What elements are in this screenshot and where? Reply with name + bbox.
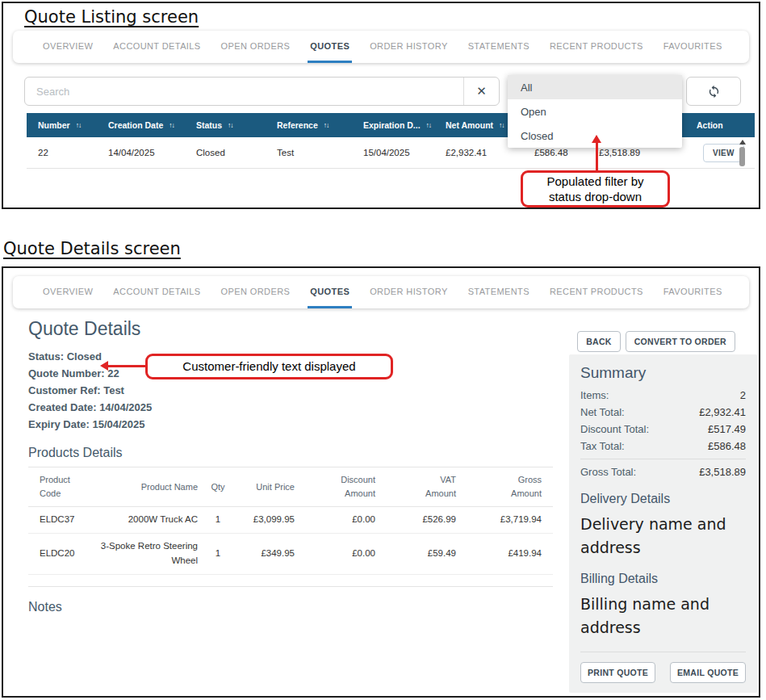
panel-buttons: PRINT QUOTE EMAIL QUOTE: [580, 662, 746, 683]
summary-heading: Summary: [580, 364, 746, 382]
sort-icon[interactable]: ↑↓: [324, 121, 329, 129]
tab-account-details[interactable]: ACCOUNT DETAILS: [111, 31, 203, 63]
cell-reference: Test: [266, 148, 352, 157]
notes-heading: Notes: [28, 600, 555, 614]
tab-favourites[interactable]: FAVOURITES: [661, 276, 725, 308]
table-scrollbar[interactable]: [739, 140, 746, 169]
tab-recent-products[interactable]: RECENT PRODUCTS: [547, 276, 646, 308]
summary-row-tax: Tax Total:£586.48: [580, 438, 746, 455]
tab-favourites[interactable]: FAVOURITES: [661, 31, 725, 63]
col-creation-date[interactable]: Creation Date↑↓: [97, 120, 185, 130]
sort-icon[interactable]: ↑↓: [426, 121, 432, 129]
divider: [580, 652, 746, 652]
cell-unit-price: £349.95: [234, 547, 299, 561]
sort-icon[interactable]: ↑↓: [76, 121, 82, 129]
summary-panel: Summary Items:2 Net Total:£2,932.41 Disc…: [569, 354, 757, 693]
divider: [28, 586, 553, 587]
summary-row-discount: Discount Total:£517.49: [580, 421, 746, 438]
cell-vat: £526.99: [379, 513, 460, 527]
annotation-arrow-up: [596, 142, 598, 171]
tab-open-orders[interactable]: OPEN ORDERS: [219, 276, 293, 308]
col-reference[interactable]: Reference↑↓: [266, 120, 352, 130]
page: Quote Listing screen OVERVIEW ACCOUNT DE…: [0, 0, 766, 700]
convert-to-order-button[interactable]: CONVERT TO ORDER: [626, 331, 735, 352]
customer-ref-line: Customer Ref: Test: [28, 382, 555, 399]
cell-gross: £419.94: [460, 547, 553, 561]
cell-product-code: ELDC20: [28, 547, 93, 561]
tab-overview[interactable]: OVERVIEW: [40, 31, 95, 63]
tab-quotes[interactable]: QUOTES: [308, 276, 352, 308]
cell-creation-date: 14/04/2025: [97, 148, 185, 157]
refresh-button[interactable]: [686, 77, 741, 106]
arrow-head-icon: [100, 361, 108, 371]
print-quote-button[interactable]: PRINT QUOTE: [580, 662, 655, 683]
annotation-arrow-left: [107, 365, 145, 367]
col-number[interactable]: Number↑↓: [27, 120, 97, 130]
filter-annotation: Populated filter by status drop-down: [521, 170, 670, 207]
tab-account-details[interactable]: ACCOUNT DETAILS: [111, 276, 203, 308]
cell-status: Closed: [185, 148, 266, 157]
search-input[interactable]: [25, 78, 463, 105]
cell-discount: £0.00: [299, 547, 379, 561]
tab-order-history[interactable]: ORDER HISTORY: [367, 31, 450, 63]
col-vat-amount: VATAmount: [379, 473, 460, 501]
scroll-up-icon[interactable]: [739, 140, 746, 145]
tab-recent-products[interactable]: RECENT PRODUCTS: [547, 31, 646, 63]
col-action: Action: [685, 120, 755, 130]
tab-quotes[interactable]: QUOTES: [308, 31, 352, 63]
tab-statements[interactable]: STATEMENTS: [466, 276, 532, 308]
sort-icon[interactable]: ↑↓: [228, 121, 233, 129]
created-date-line: Created Date: 14/04/2025: [28, 399, 555, 416]
products-table-header: ProductCode Product Name Qty Unit Price …: [28, 467, 553, 507]
col-discount-amount: DiscountAmount: [299, 473, 379, 501]
cell-unit-price: £3,099.95: [234, 513, 299, 527]
filter-option-all[interactable]: All: [508, 75, 682, 99]
tab-overview[interactable]: OVERVIEW: [40, 276, 95, 308]
col-status[interactable]: Status↑↓: [185, 120, 266, 130]
details-screen-title: Quote Details screen: [3, 239, 181, 258]
listing-screen-title: Quote Listing screen: [24, 7, 199, 27]
col-expiration-date[interactable]: Expiration D...↑↓: [352, 120, 434, 130]
cell-expiration-date: 15/04/2025: [352, 148, 434, 157]
details-action-buttons: BACK CONVERT TO ORDER: [577, 331, 735, 352]
cell-gross: £3,719.94: [460, 513, 553, 527]
page-title: Quote Details: [28, 318, 555, 340]
cell-tax-amount: £586.48: [523, 148, 588, 157]
cell-vat: £59.49: [379, 547, 460, 561]
cell-number: 22: [27, 148, 97, 157]
sort-icon[interactable]: ↑↓: [499, 121, 504, 129]
tab-order-history[interactable]: ORDER HISTORY: [367, 276, 450, 308]
search-box: ✕: [24, 77, 500, 106]
delivery-address-text: Delivery name and address: [580, 513, 746, 560]
table-row: ELDC37 2000W Truck AC 1 £3,099.95 £0.00 …: [28, 507, 553, 534]
table-row: ELDC20 3-Spoke Retro Steering Wheel 1 £3…: [28, 534, 553, 575]
col-product-code: ProductCode: [28, 473, 93, 501]
summary-row-net: Net Total:£2,932.41: [580, 404, 746, 421]
col-gross-amount: GrossAmount: [460, 473, 553, 501]
cell-product-code: ELDC37: [28, 513, 93, 527]
cell-net-amount: £2,932.41: [434, 148, 523, 157]
cell-qty: 1: [202, 547, 234, 561]
cell-discount: £0.00: [299, 513, 379, 527]
quote-details-screen: OVERVIEW ACCOUNT DETAILS OPEN ORDERS QUO…: [2, 266, 760, 698]
expiry-date-line: Expiry Date: 15/04/2025: [28, 416, 555, 433]
billing-address-text: Billing name and address: [580, 593, 746, 640]
filter-option-open[interactable]: Open: [508, 99, 682, 124]
tab-statements[interactable]: STATEMENTS: [466, 31, 532, 63]
summary-row-gross: Gross Total:£3,518.89: [580, 463, 746, 480]
cell-product-name: 2000W Truck AC: [93, 513, 202, 527]
back-button[interactable]: BACK: [577, 331, 621, 352]
clear-search-button[interactable]: ✕: [463, 78, 499, 105]
tab-open-orders[interactable]: OPEN ORDERS: [219, 31, 293, 63]
scrollbar-thumb[interactable]: [739, 147, 745, 166]
email-quote-button[interactable]: EMAIL QUOTE: [670, 662, 746, 683]
billing-details-heading: Billing Details: [580, 572, 746, 586]
sort-icon[interactable]: ↑↓: [169, 121, 174, 129]
status-annotation: Customer-friendly text displayed: [145, 354, 393, 379]
refresh-icon: [707, 85, 721, 99]
col-qty: Qty: [202, 480, 234, 494]
col-product-name: Product Name: [93, 480, 202, 494]
cell-qty: 1: [202, 513, 234, 527]
quote-listing-screen: Quote Listing screen OVERVIEW ACCOUNT DE…: [2, 2, 760, 209]
details-navbar: OVERVIEW ACCOUNT DETAILS OPEN ORDERS QUO…: [13, 276, 749, 308]
